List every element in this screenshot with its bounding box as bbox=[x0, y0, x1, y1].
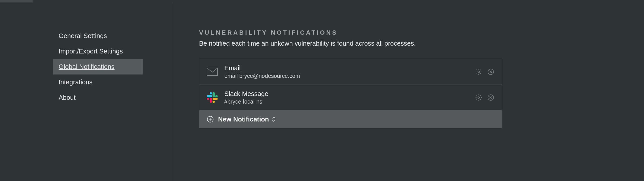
new-notification-button[interactable]: New Notification bbox=[199, 110, 502, 128]
notification-subtitle: email bryce@nodesource.com bbox=[224, 73, 475, 79]
email-icon bbox=[206, 66, 218, 78]
notification-row-email: Email email bryce@nodesource.com bbox=[199, 59, 502, 85]
sort-icon bbox=[272, 116, 276, 122]
gear-icon[interactable] bbox=[475, 94, 482, 101]
close-icon[interactable] bbox=[487, 68, 494, 76]
section-description: Be notified each time an unkown vulnerab… bbox=[199, 40, 630, 47]
sidebar-item-import-export[interactable]: Import/Export Settings bbox=[53, 44, 143, 59]
sidebar-item-integrations[interactable]: Integrations bbox=[53, 74, 143, 90]
sidebar-item-general-settings[interactable]: General Settings bbox=[53, 28, 143, 44]
sidebar-item-about[interactable]: About bbox=[53, 90, 143, 106]
close-icon[interactable] bbox=[487, 94, 494, 101]
notification-title: Email bbox=[224, 64, 475, 72]
notification-subtitle: #bryce-local-ns bbox=[224, 98, 475, 105]
sidebar-item-global-notifications[interactable]: Global Notifications bbox=[53, 59, 143, 74]
gear-icon[interactable] bbox=[475, 68, 482, 76]
notification-row-slack: Slack Message #bryce-local-ns bbox=[199, 85, 502, 110]
plus-circle-icon bbox=[206, 116, 214, 123]
sidebar: General Settings Import/Export Settings … bbox=[0, 2, 172, 181]
svg-point-5 bbox=[478, 97, 480, 98]
notification-title: Slack Message bbox=[224, 90, 475, 98]
slack-icon bbox=[206, 92, 218, 103]
notification-list: Email email bryce@nodesource.com bbox=[199, 59, 502, 128]
main-content: VULNERABILITY NOTIFICATIONS Be notified … bbox=[172, 2, 644, 181]
section-title: VULNERABILITY NOTIFICATIONS bbox=[199, 29, 630, 36]
svg-point-1 bbox=[478, 71, 480, 73]
new-notification-label: New Notification bbox=[218, 116, 269, 123]
